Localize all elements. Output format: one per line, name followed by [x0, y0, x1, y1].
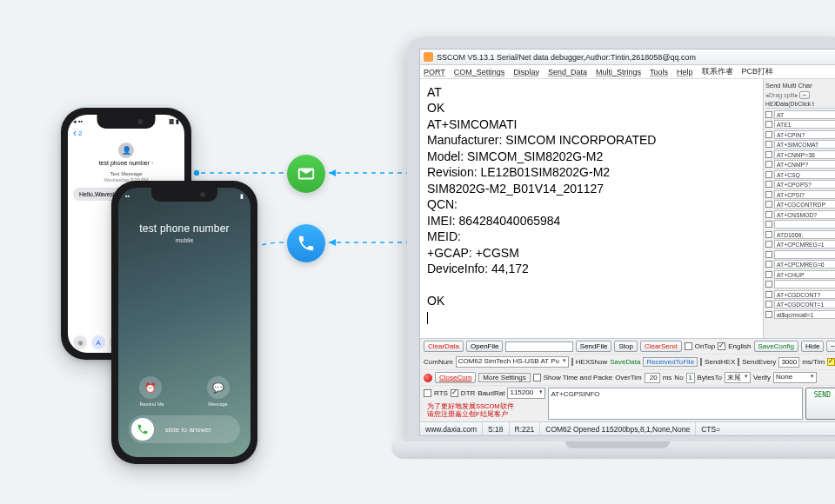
more-settings-button[interactable]: More Settings [478, 373, 530, 382]
side-hex-checkbox[interactable] [765, 211, 772, 218]
remind-me-button[interactable]: ⏰ Remind Me [139, 376, 164, 407]
side-command-cell[interactable]: AT+CNMP? [774, 160, 835, 169]
side-command-row[interactable] [765, 250, 835, 259]
side-command-row[interactable]: AT+CGDCONT=1 [765, 300, 835, 308]
side-hex-checkbox[interactable] [765, 261, 772, 268]
menu-pcb[interactable]: PCB打样 [742, 66, 774, 77]
side-command-row[interactable] [765, 280, 835, 288]
side-hex-checkbox[interactable] [765, 151, 772, 158]
side-command-row[interactable]: AT+CHUP [765, 270, 835, 279]
rts-checkbox[interactable] [424, 389, 431, 397]
overtime-input[interactable]: 20 [645, 373, 660, 383]
answer-knob[interactable] [131, 418, 154, 441]
hide-button[interactable]: Hide [801, 341, 824, 352]
at-command-input[interactable]: AT+CGPSINFO [548, 388, 802, 420]
side-command-row[interactable]: AT+CPCMREG=0 [765, 260, 835, 269]
side-hex-checkbox[interactable] [765, 251, 772, 258]
side-hex-checkbox[interactable] [765, 191, 772, 198]
side-command-row[interactable] [765, 220, 835, 229]
status-url[interactable]: www.daxia.com [420, 422, 483, 435]
menu-settings[interactable]: COM_Settings [454, 68, 505, 76]
appstore-icon[interactable]: A [91, 335, 105, 349]
menu-port[interactable]: PORT [424, 68, 445, 76]
side-command-row[interactable]: AT [765, 110, 835, 119]
dtr-checkbox[interactable] [451, 389, 458, 397]
side-hex-checkbox[interactable] [765, 181, 772, 188]
side-command-row[interactable]: AT+CSQ [765, 170, 835, 179]
side-hex-checkbox[interactable] [765, 121, 772, 128]
addcrlf-checkbox[interactable] [827, 358, 835, 366]
side-command-cell[interactable]: at$qcrmcall=1 [774, 310, 835, 319]
side-command-cell[interactable]: AT+SIMCOMAT [774, 140, 835, 149]
drag-split-label[interactable]: ◂Drag split▸ [765, 92, 798, 99]
hexshow-checkbox[interactable] [571, 358, 573, 366]
baud-select[interactable]: 115200 [507, 388, 545, 399]
clear-send-button[interactable]: ClearSend [640, 341, 682, 352]
side-hex-checkbox[interactable] [765, 161, 772, 168]
side-command-cell[interactable] [774, 220, 835, 229]
side-command-row[interactable]: ATD1008; [765, 230, 835, 239]
received-to-file[interactable]: ReceivedToFile [643, 357, 698, 367]
side-hex-checkbox[interactable] [765, 301, 772, 308]
side-hex-checkbox[interactable] [765, 131, 772, 138]
bytes-no-input[interactable]: 1 [686, 373, 695, 383]
sendevery-checkbox[interactable] [738, 358, 739, 366]
open-file-button[interactable]: OpenFile [466, 341, 503, 352]
side-command-row[interactable]: AT+CPOPS? [765, 180, 835, 189]
side-command-cell[interactable]: AT [774, 110, 835, 119]
close-com-button[interactable]: CloseCom [435, 372, 476, 383]
com-port-select[interactable]: COM62 SimTech HS-USB AT Po [456, 356, 569, 368]
side-hex-checkbox[interactable] [765, 141, 772, 148]
english-checkbox[interactable] [718, 342, 725, 350]
side-hex-checkbox[interactable] [765, 171, 772, 178]
stop-button[interactable]: Stop [614, 341, 637, 352]
side-hex-checkbox[interactable] [765, 241, 772, 248]
savedata-label[interactable]: SaveData [610, 358, 640, 366]
sendhex-checkbox[interactable] [700, 358, 702, 366]
ontop-checkbox[interactable] [685, 342, 692, 350]
contact-avatar[interactable]: 👤 [118, 143, 134, 158]
side-command-cell[interactable]: AT+CGCONTRDP [774, 200, 835, 209]
side-hex-checkbox[interactable] [765, 201, 772, 208]
side-command-row[interactable]: ATE1 [765, 120, 835, 129]
side-command-cell[interactable]: AT+CGDCONT=1 [774, 300, 835, 308]
side-hex-checkbox[interactable] [765, 231, 772, 238]
side-command-cell[interactable]: AT+CNSMOD? [774, 210, 835, 219]
side-command-cell[interactable]: AT+CPCMREG=1 [774, 240, 835, 249]
menu-tools[interactable]: Tools [650, 68, 668, 76]
menu-multi[interactable]: Multi_Strings [596, 68, 641, 76]
bytes-to-select[interactable]: 末尾 [725, 372, 751, 383]
window-titlebar[interactable]: SSCOM V5.13.1 Serial/Net data debugger,A… [420, 50, 835, 65]
side-command-cell[interactable]: AT+CGDCONT? [774, 290, 835, 299]
side-command-row[interactable]: AT+CPCMREG=1 [765, 240, 835, 249]
side-command-cell[interactable]: AT+CNMP=38 [774, 150, 835, 159]
side-hex-checkbox[interactable] [765, 111, 772, 118]
side-command-row[interactable]: AT+CNSMOD? [765, 210, 835, 219]
side-command-cell[interactable] [774, 280, 835, 288]
side-command-row[interactable]: AT+CGDCONT? [765, 290, 835, 299]
side-command-cell[interactable]: AT+CPIN? [774, 130, 835, 139]
side-command-row[interactable]: AT+SIMCOMAT [765, 140, 835, 149]
side-command-row[interactable]: AT+CGCONTRDP [765, 200, 835, 209]
showtime-checkbox[interactable] [533, 374, 541, 381]
side-collapse-button[interactable]: − [799, 91, 810, 99]
menu-display[interactable]: Display [513, 68, 539, 76]
side-command-cell[interactable]: AT+CSQ [774, 170, 835, 179]
send-button[interactable]: SEND [805, 388, 835, 420]
slide-to-answer[interactable]: slide to answer [129, 415, 240, 443]
side-hex-checkbox[interactable] [765, 291, 772, 298]
side-command-row[interactable]: AT+CNMP? [765, 160, 835, 169]
side-command-cell[interactable] [774, 250, 835, 259]
menu-help[interactable]: Help [677, 68, 693, 76]
save-config-button[interactable]: SaveConfig [754, 341, 798, 352]
side-hex-checkbox[interactable] [765, 221, 772, 228]
file-path-input[interactable] [505, 342, 572, 352]
menu-senddata[interactable]: Send_Data [548, 68, 587, 76]
side-hex-checkbox[interactable] [765, 271, 772, 278]
hide-collapse-button[interactable]: − [826, 341, 835, 352]
contact-name[interactable]: test phone number › [68, 160, 184, 166]
side-command-cell[interactable]: ATD1008; [774, 230, 835, 239]
side-command-row[interactable]: AT+CPIN? [765, 130, 835, 139]
send-every-input[interactable]: 3000 [778, 357, 799, 368]
message-button[interactable]: 💬 Message [207, 376, 230, 407]
